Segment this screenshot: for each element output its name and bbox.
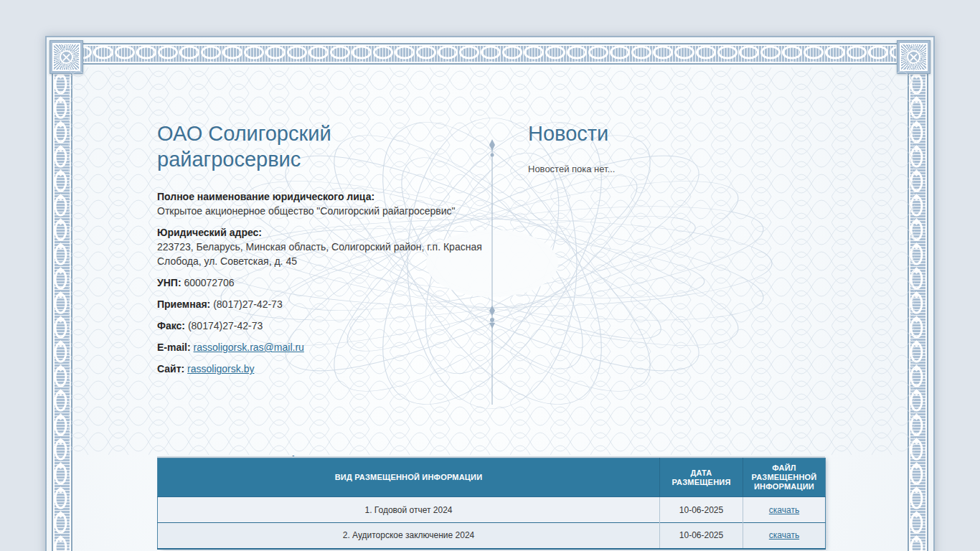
doc-date-cell: 10-06-2025	[660, 497, 743, 523]
table-row: 1. Годовой отчет 2024 10-06-2025 скачать	[158, 497, 826, 523]
field-value: Открытое акционерное общество "Солигорск…	[157, 205, 456, 217]
field-label: E-mail:	[157, 342, 191, 353]
ellipse-chain-pattern	[50, 44, 930, 63]
company-phone: Приемная: (8017)27-42-73	[157, 297, 484, 311]
doc-name-cell: 2. Аудиторское заключение 2024	[158, 523, 660, 549]
field-label: Факс:	[157, 320, 185, 331]
company-site: Сайт: rassoligorsk.by	[157, 362, 484, 376]
corner-rosette-icon	[897, 40, 930, 74]
field-label: Юридический адрес:	[157, 227, 262, 238]
column-header-file: ФАЙЛ РАЗМЕЩЕННОЙ ИНФОРМАЦИИ	[743, 458, 826, 497]
field-label: Приемная:	[157, 298, 210, 310]
column-header-info-type: ВИД РАЗМЕЩЕННОЙ ИНФОРМАЦИИ	[158, 458, 660, 497]
doc-file-cell: скачать	[743, 497, 826, 523]
ellipse-chain-pattern	[53, 72, 71, 551]
company-fax: Факс: (80174)27-42-73	[157, 319, 484, 333]
company-unp: УНП: 600072706	[157, 276, 484, 290]
download-link[interactable]: скачать	[769, 505, 799, 515]
corner-rosette-icon	[50, 40, 83, 74]
field-value: (80174)27-42-73	[188, 320, 263, 331]
disclosure-table: ВИД РАЗМЕЩЕННОЙ ИНФОРМАЦИИ ДАТА РАЗМЕЩЕН…	[157, 456, 825, 550]
field-label: Сайт:	[157, 363, 184, 375]
field-label: Полное наименование юридического лица:	[157, 191, 374, 202]
page-title: ОАО Солигорский райагросервис	[157, 121, 394, 172]
company-address: Юридический адрес: 223723, Беларусь, Мин…	[157, 225, 484, 268]
company-full-name: Полное наименование юридического лица: О…	[157, 189, 484, 218]
certificate-sheet: ОАО Солигорский райагросервис Новости Но…	[45, 36, 935, 551]
field-value: 600072706	[184, 277, 234, 288]
doc-date-cell: 10-06-2025	[660, 523, 743, 549]
company-info: Полное наименование юридического лица: О…	[157, 189, 484, 383]
field-label: УНП:	[157, 277, 182, 288]
email-link[interactable]: rassoligorsk.ras@mail.ru	[194, 342, 304, 353]
ellipse-chain-pattern	[909, 72, 927, 551]
site-link[interactable]: rassoligorsk.by	[187, 363, 254, 375]
field-value: 223723, Беларусь, Минская область, Солиг…	[157, 241, 482, 267]
news-section: Новости Новостей пока нет...	[528, 121, 829, 174]
news-title: Новости	[528, 121, 829, 146]
news-empty-text: Новостей пока нет...	[528, 164, 829, 174]
company-email: E-mail: rassoligorsk.ras@mail.ru	[157, 340, 484, 354]
download-link[interactable]: скачать	[769, 530, 799, 540]
doc-file-cell: скачать	[743, 523, 826, 549]
border-strip-left	[52, 72, 72, 551]
doc-name-cell: 1. Годовой отчет 2024	[158, 497, 660, 523]
table-row: 2. Аудиторское заключение 2024 10-06-202…	[158, 523, 826, 549]
column-header-date: ДАТА РАЗМЕЩЕНИЯ	[660, 458, 743, 497]
table-header-row: ВИД РАЗМЕЩЕННОЙ ИНФОРМАЦИИ ДАТА РАЗМЕЩЕН…	[158, 458, 826, 497]
border-strip-top	[50, 43, 930, 65]
axis-ornament	[489, 139, 495, 329]
border-strip-right	[908, 72, 928, 551]
field-value: (8017)27-42-73	[213, 298, 283, 310]
